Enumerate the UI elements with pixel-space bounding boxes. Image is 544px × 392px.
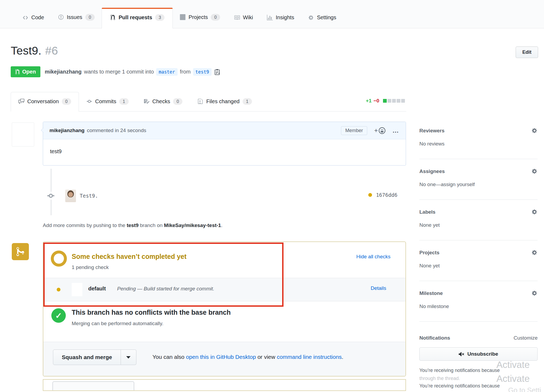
commit-sha-link[interactable]: 1676dd6 [376,192,397,198]
comment-meta: commented in 24 seconds [87,128,146,133]
copy-branch-icon[interactable] [214,69,220,75]
pull-requests-count-badge: 3 [155,14,164,21]
tab-label: Conversation [27,98,59,105]
labels-title: Labels [419,209,435,215]
tab-checks[interactable]: Checks 0 [136,98,190,111]
no-conflicts-heading: This branch has no conflicts with the ba… [72,309,231,316]
pr-status-row: Open mikejianzhang wants to merge 1 comm… [11,66,220,77]
tab-label: Commits [95,98,116,105]
pr-title-text: Test9. [11,44,41,57]
notifications-title: Notifications [419,335,450,341]
commit-row: Test9. 1676dd6 [43,189,406,203]
pending-ring-icon [51,251,67,267]
nav-tab-settings[interactable]: Settings [301,14,343,28]
reviewers-title: Reviewers [419,128,445,134]
commit-status-pending-dot [368,193,372,197]
gear-icon[interactable] [531,168,538,174]
commit-author-avatar [65,190,76,202]
mute-icon [459,351,464,357]
tab-files-changed[interactable]: Files changed 1 [190,98,259,111]
no-conflicts-subtext: Merging can be performed automatically. [72,321,163,326]
merge-options-dropdown-button[interactable] [121,349,136,365]
push-hint-branch: test9 [127,222,139,228]
book-icon [234,15,240,21]
chevron-down-icon [126,356,131,359]
commit-message-link[interactable]: Test9. [80,193,98,199]
push-hint-repo: MikeSay/mikesay-test-1 [164,222,221,228]
nav-tab-wiki[interactable]: Wiki [227,14,260,28]
project-icon [180,14,186,20]
pr-title: Test9.#6 [11,44,58,57]
check-pending-dot-icon [57,288,60,291]
checks-pending-subtext: 1 pending check [72,264,109,270]
files-count-badge: 1 [243,98,252,105]
add-reaction-button[interactable]: + [374,127,385,134]
head-branch-label[interactable]: test9 [193,68,212,76]
additions-count: +1 [366,98,372,104]
push-hint-text: Add more commits by pushing to the test9… [43,222,223,228]
base-branch-label[interactable]: master [156,68,177,76]
merge-actions-footer: Squash and merge You can also open this … [43,342,405,376]
notification-reason-partial: through the thread. [419,376,538,381]
checklist-icon [144,98,150,104]
no-conflicts-section: ✓ This branch has no conflicts with the … [43,301,405,341]
git-merge-badge-icon [12,243,29,260]
git-commit-icon [45,192,56,200]
command-line-instructions-link[interactable]: command line instructions [277,354,342,360]
git-merge-icon [16,247,24,257]
checks-pending-section: Some checks haven’t completed yet 1 pend… [43,242,405,278]
hide-all-checks-link[interactable]: Hide all checks [356,254,390,260]
customize-link[interactable]: Customize [514,335,538,341]
nav-tab-label: Projects [189,14,208,20]
pr-author-link[interactable]: mikejianzhang [45,69,82,75]
edit-button[interactable]: Edit [516,47,538,58]
milestone-body: No milestone [419,303,538,309]
check-name: default [88,286,106,292]
checks-pending-heading: Some checks haven’t completed yet [72,253,186,260]
nav-tab-label: Code [31,14,44,21]
nav-tab-label: Insights [276,14,294,21]
partial-bottom-box [43,379,406,391]
projects-title: Projects [419,250,439,256]
nav-tab-projects[interactable]: Projects 0 [173,14,227,28]
sidebar-section-labels: Labels None yet [419,200,538,240]
nav-tab-label: Settings [317,14,336,21]
merge-alternatives-text: You can also open this in GitHub Desktop… [152,354,343,360]
sidebar-section-projects: Projects None yet [419,240,538,281]
comment-discussion-icon [18,98,24,104]
pr-tabs: Conversation 0 Commits 1 Checks 0 Files … [11,92,406,112]
check-status-text: Pending — Build started for merge commit… [117,286,214,292]
check-circle-icon: ✓ [51,308,66,323]
nav-tab-insights[interactable]: Insights [260,14,301,28]
unsubscribe-button[interactable]: Unsubscribe [419,347,538,361]
kebab-menu-button[interactable]: … [392,129,399,132]
gear-icon[interactable] [531,249,538,256]
squash-and-merge-button[interactable]: Squash and merge [53,349,121,365]
gear-icon[interactable] [531,209,538,215]
nav-tab-label: Issues [67,14,82,20]
merge-status-box: Some checks haven’t completed yet 1 pend… [43,241,406,376]
checks-count-badge: 0 [173,98,182,105]
reviewers-body: No reviews [419,141,538,147]
code-icon [22,15,28,21]
sidebar-section-assignees: Assignees No one—assign yourself [419,159,538,200]
gear-icon[interactable] [531,290,538,296]
nav-tab-pull-requests[interactable]: Pull requests 3 [102,8,173,28]
nav-tab-issues[interactable]: Issues 0 [51,14,102,28]
ghost-button [52,381,134,391]
diff-blocks [383,99,405,103]
comment-author-link[interactable]: mikejianzhang [49,128,85,133]
nav-tab-code[interactable]: Code [16,14,51,28]
graph-icon [267,15,273,21]
issues-count-badge: 0 [85,14,95,21]
nav-tab-label: Pull requests [119,14,152,21]
pr-state-badge: Open [11,66,40,77]
tab-conversation[interactable]: Conversation 0 [11,92,79,112]
pr-status-text: mikejianzhang wants to merge 1 commit in… [45,68,220,76]
gear-icon[interactable] [531,128,538,134]
tab-commits[interactable]: Commits 1 [79,98,136,111]
check-details-link[interactable]: Details [371,285,386,291]
tab-label: Checks [152,98,170,105]
assignees-title: Assignees [419,168,445,174]
github-desktop-link[interactable]: open this in GitHub Desktop [186,354,256,360]
